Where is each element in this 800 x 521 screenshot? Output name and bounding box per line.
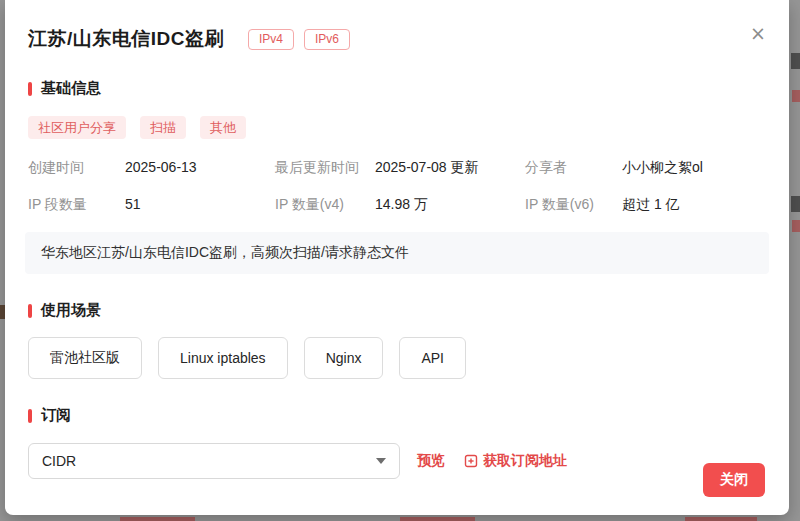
section-subscribe-title: 订阅 xyxy=(41,406,71,425)
ipv4-badge: IPv4 xyxy=(248,29,294,50)
modal-footer: 关闭 xyxy=(703,463,765,497)
field-label-sharer: 分享者 xyxy=(525,159,622,177)
scenario-safeline-community[interactable]: 雷池社区版 xyxy=(28,337,142,379)
chevron-down-icon xyxy=(376,458,386,464)
section-marker-bar xyxy=(28,409,32,423)
plus-box-icon xyxy=(464,454,478,468)
format-select-value: CIDR xyxy=(42,453,76,469)
section-marker-bar xyxy=(28,304,32,318)
subscribe-row: CIDR 预览 获取订阅地址 xyxy=(28,443,766,479)
backdrop-text-fragment xyxy=(685,517,757,521)
info-fields-grid: 创建时间 2025-06-13 最后更新时间 2025-07-08 更新 分享者… xyxy=(28,159,766,214)
ip-list-detail-modal: 江苏/山东电信IDC盗刷 IPv4 IPv6 × 基础信息 社区用户分享 扫描 … xyxy=(5,0,789,515)
section-usage-title: 使用场景 xyxy=(41,301,101,320)
modal-header: 江苏/山东电信IDC盗刷 IPv4 IPv6 × xyxy=(28,26,766,52)
close-icon[interactable]: × xyxy=(750,24,766,43)
section-subscribe: 订阅 xyxy=(28,406,766,425)
field-label-ip-segments: IP 段数量 xyxy=(28,196,125,214)
backdrop-text-fragment xyxy=(400,517,475,521)
backdrop-text-fragment xyxy=(792,90,800,102)
field-value-ip-count-v6: 超过 1 亿 xyxy=(622,196,766,214)
field-value-sharer: 小小柳之絮ol xyxy=(622,159,766,177)
section-basic-info: 基础信息 xyxy=(28,79,766,98)
ipv6-badge: IPv6 xyxy=(304,29,350,50)
backdrop-text-fragment xyxy=(792,220,800,232)
backdrop-text-fragment xyxy=(120,517,195,521)
section-basic-info-title: 基础信息 xyxy=(41,79,101,98)
field-value-updated: 2025-07-08 更新 xyxy=(375,159,525,177)
field-label-ip-count-v6: IP 数量(v6) xyxy=(525,196,622,214)
field-value-created: 2025-06-13 xyxy=(125,159,275,175)
section-marker-bar xyxy=(28,82,32,96)
field-label-updated: 最后更新时间 xyxy=(275,159,375,177)
scenario-button-row: 雷池社区版 Linux iptables Nginx API xyxy=(28,337,766,379)
ip-version-badges: IPv4 IPv6 xyxy=(248,29,350,50)
modal-title: 江苏/山东电信IDC盗刷 xyxy=(28,26,224,52)
scenario-linux-iptables[interactable]: Linux iptables xyxy=(158,337,288,379)
field-value-ip-count-v4: 14.98 万 xyxy=(375,196,525,214)
backdrop-text-fragment xyxy=(791,53,800,69)
close-button[interactable]: 关闭 xyxy=(703,463,765,497)
tag-community-share: 社区用户分享 xyxy=(28,116,126,139)
backdrop-text-fragment xyxy=(791,196,800,212)
get-subscription-address-label: 获取订阅地址 xyxy=(483,452,567,470)
tag-row: 社区用户分享 扫描 其他 xyxy=(28,116,766,139)
description-box: 华东地区江苏/山东电信IDC盗刷，高频次扫描/请求静态文件 xyxy=(25,232,769,274)
field-label-created: 创建时间 xyxy=(28,159,125,177)
tag-scan: 扫描 xyxy=(140,116,186,139)
get-subscription-address-link[interactable]: 获取订阅地址 xyxy=(464,452,567,470)
scenario-nginx[interactable]: Nginx xyxy=(304,337,384,379)
field-label-ip-count-v4: IP 数量(v4) xyxy=(275,196,375,214)
preview-link[interactable]: 预览 xyxy=(417,452,445,470)
section-usage: 使用场景 xyxy=(28,301,766,320)
field-value-ip-segments: 51 xyxy=(125,196,275,212)
format-select[interactable]: CIDR xyxy=(28,443,400,479)
tag-other: 其他 xyxy=(200,116,246,139)
scenario-api[interactable]: API xyxy=(399,337,466,379)
